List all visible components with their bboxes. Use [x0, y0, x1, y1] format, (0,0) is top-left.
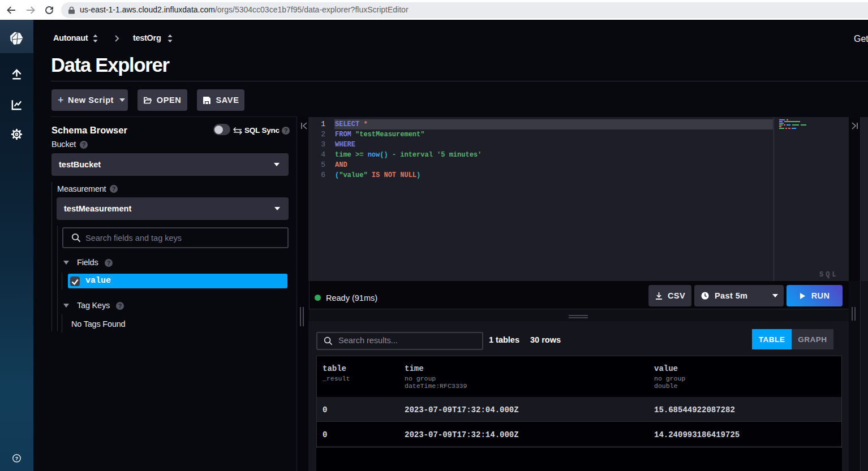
svg-text:?: ?: [15, 456, 18, 461]
